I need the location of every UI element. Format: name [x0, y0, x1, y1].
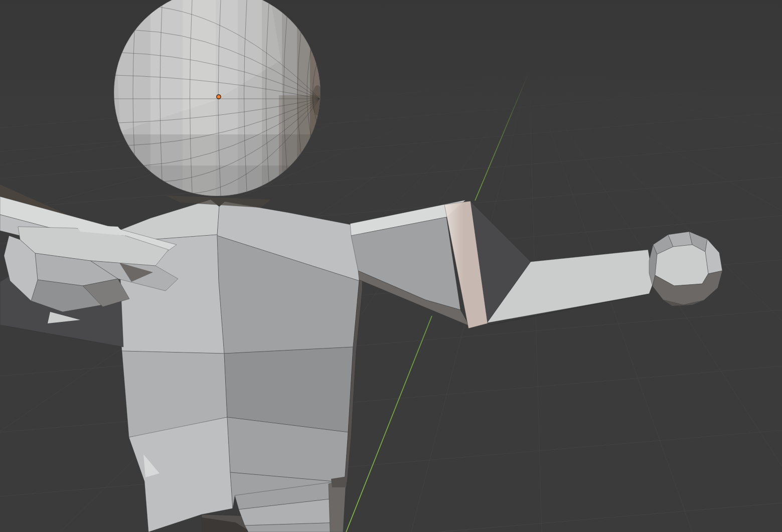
blender-3d-viewport[interactable]: [0, 0, 782, 532]
viewport-canvas[interactable]: [0, 0, 782, 532]
active-vertex[interactable]: [217, 95, 221, 99]
